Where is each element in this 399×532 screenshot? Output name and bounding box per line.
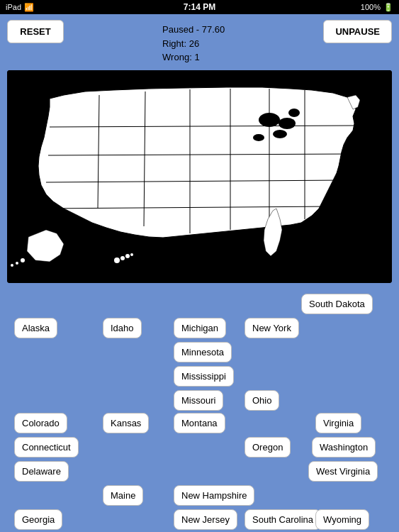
state-button-maine[interactable]: Maine [103, 485, 143, 506]
state-button-west-virginia[interactable]: West Virginia [308, 461, 378, 482]
svg-point-14 [253, 134, 264, 141]
battery-label: 100% [361, 3, 381, 11]
svg-point-22 [130, 253, 133, 256]
state-button-washington[interactable]: Washington [312, 437, 376, 458]
state-button-delaware[interactable]: Delaware [14, 461, 69, 482]
state-button-south-carolina[interactable]: South Carolina [245, 509, 321, 530]
state-button-wyoming[interactable]: Wyoming [315, 509, 369, 530]
svg-point-19 [114, 257, 120, 263]
state-button-connecticut[interactable]: Connecticut [14, 437, 79, 458]
unpause-button[interactable]: UNPAUSE [323, 20, 392, 43]
us-map [7, 70, 392, 283]
svg-point-18 [11, 264, 13, 267]
map-svg [7, 70, 392, 283]
states-area: South DakotaAlaskaIdahoMichiganNew YorkM… [0, 283, 399, 533]
state-button-ohio[interactable]: Ohio [245, 390, 279, 411]
battery-icon: 🔋 [383, 3, 393, 12]
header: RESET Paused - 77.60 Right: 26 Wrong: 1 … [0, 14, 399, 70]
paused-info: Paused - 77.60 [162, 23, 225, 37]
right-info: Right: 26 [162, 37, 225, 51]
svg-point-21 [125, 254, 130, 258]
wrong-info: Wrong: 1 [162, 50, 225, 65]
state-button-south-dakota[interactable]: South Dakota [301, 294, 373, 314]
state-button-montana[interactable]: Montana [174, 413, 225, 433]
reset-button[interactable]: RESET [7, 20, 64, 43]
svg-point-12 [279, 118, 296, 129]
state-button-georgia[interactable]: Georgia [14, 509, 62, 530]
state-button-minnesota[interactable]: Minnesota [174, 342, 232, 362]
state-button-alaska[interactable]: Alaska [14, 318, 57, 338]
state-button-missouri[interactable]: Missouri [174, 390, 223, 411]
state-button-new-york[interactable]: New York [245, 318, 299, 338]
game-stats: Paused - 77.60 Right: 26 Wrong: 1 [162, 20, 225, 65]
svg-point-20 [120, 256, 125, 260]
svg-point-11 [259, 113, 280, 127]
status-left: iPad 📶 [6, 3, 34, 12]
state-button-kansas[interactable]: Kansas [103, 413, 149, 433]
svg-point-17 [16, 262, 18, 265]
svg-point-13 [273, 130, 287, 138]
state-button-new-hampshire[interactable]: New Hampshire [174, 485, 254, 506]
svg-point-15 [288, 109, 300, 117]
wifi-icon: 📶 [24, 3, 34, 12]
state-button-colorado[interactable]: Colorado [14, 413, 67, 433]
status-time: 7:14 PM [184, 2, 215, 12]
device-label: iPad [6, 3, 21, 11]
status-bar: iPad 📶 7:14 PM 100% 🔋 [0, 0, 399, 14]
state-button-oregon[interactable]: Oregon [245, 437, 291, 458]
state-button-michigan[interactable]: Michigan [174, 318, 226, 338]
state-button-new-jersey[interactable]: New Jersey [174, 509, 237, 530]
svg-point-16 [21, 258, 25, 262]
status-right: 100% 🔋 [361, 3, 393, 12]
state-button-virginia[interactable]: Virginia [315, 413, 361, 433]
state-button-idaho[interactable]: Idaho [103, 318, 142, 338]
state-button-mississippi[interactable]: Mississippi [174, 366, 234, 387]
